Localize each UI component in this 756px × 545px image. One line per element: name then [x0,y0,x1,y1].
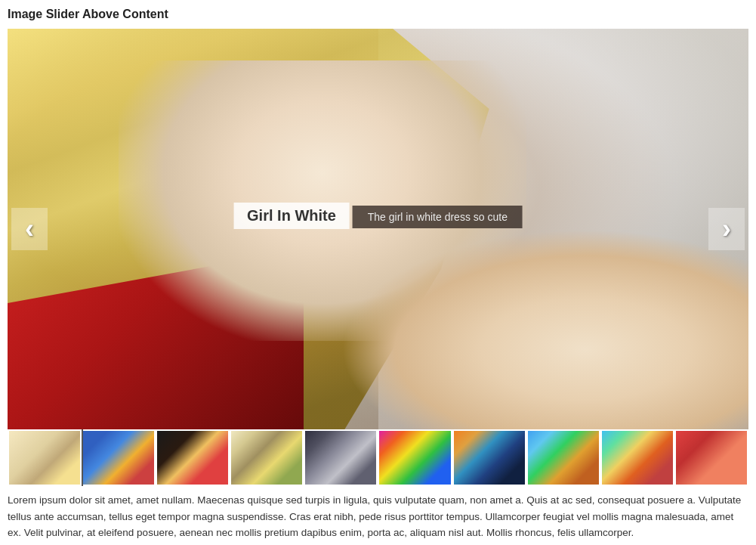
thumb-6[interactable] [452,429,526,486]
slider-container: ‹ › Girl In White The girl in white dres… [8,29,748,486]
thumb-0[interactable] [8,429,82,486]
thumb-2[interactable] [156,429,230,486]
slide-title-box: Girl In White The girl in white dress so… [233,203,523,232]
thumb-9[interactable] [674,429,748,486]
slide-hand [341,229,748,429]
slide-title: Girl In White [247,207,336,224]
thumb-4[interactable] [304,429,378,486]
slider-main: ‹ › Girl In White The girl in white dres… [8,29,748,429]
thumb-5[interactable] [378,429,452,486]
prev-button[interactable]: ‹ [11,208,48,250]
page-title: Image Slider Above Content [8,8,748,21]
thumb-7[interactable] [526,429,600,486]
slide-description: The girl in white dress so cute [368,211,508,223]
thumb-3[interactable] [230,429,304,486]
thumb-8[interactable] [600,429,674,486]
thumb-1[interactable] [82,429,156,486]
lorem-ipsum: Lorem ipsum dolor sit amet, amet nullam.… [8,492,748,541]
thumbnail-strip [8,429,748,486]
next-button[interactable]: › [708,208,745,250]
